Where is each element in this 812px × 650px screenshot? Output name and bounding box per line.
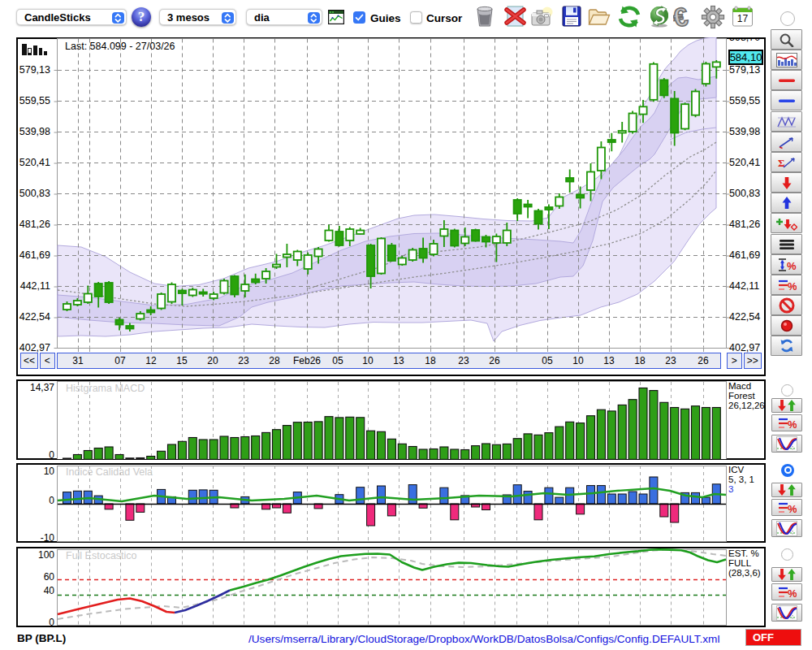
svg-text:%: %: [788, 587, 797, 600]
svg-text:%: %: [788, 503, 797, 515]
svg-text:17: 17: [737, 13, 749, 24]
svg-text:%: %: [788, 418, 797, 431]
svg-text:€: €: [673, 3, 690, 29]
svg-text:%: %: [787, 260, 797, 272]
svg-text:%: %: [788, 280, 797, 292]
